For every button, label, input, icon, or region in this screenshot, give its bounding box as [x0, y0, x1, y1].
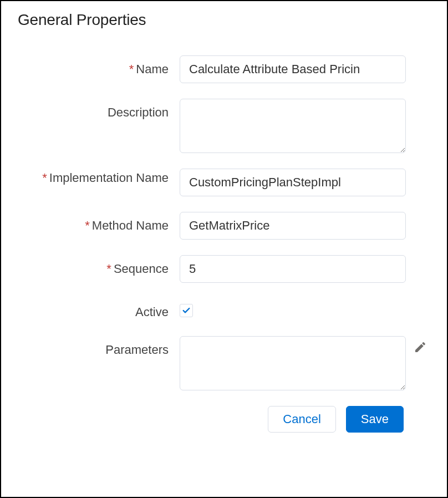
implementation-name-input[interactable] [180, 169, 406, 196]
general-properties-panel: General Properties *Name Description *Im… [0, 0, 448, 498]
parameters-input[interactable] [180, 336, 406, 390]
field-description: Description [18, 99, 430, 153]
pencil-icon [414, 341, 427, 354]
method-name-label: *Method Name [18, 212, 180, 234]
name-label: *Name [18, 55, 180, 78]
implementation-name-label: *Implementation Name [18, 169, 180, 186]
method-name-input[interactable] [180, 212, 406, 240]
active-label: Active [18, 298, 180, 321]
panel-title: General Properties [18, 11, 430, 29]
description-label: Description [18, 99, 180, 121]
sequence-input[interactable] [180, 255, 406, 283]
field-method-name: *Method Name [18, 212, 430, 240]
required-marker: * [85, 218, 90, 232]
required-marker: * [129, 62, 134, 76]
field-name: *Name [18, 55, 430, 83]
field-sequence: *Sequence [18, 255, 430, 283]
required-marker: * [42, 171, 47, 185]
parameters-label: Parameters [18, 336, 180, 358]
name-input[interactable] [180, 55, 406, 83]
field-active: Active [18, 298, 430, 321]
save-button[interactable]: Save [346, 406, 404, 433]
required-marker: * [106, 262, 111, 276]
active-checkbox[interactable] [180, 304, 193, 317]
field-parameters: Parameters [18, 336, 430, 390]
edit-parameters-button[interactable] [414, 341, 427, 354]
sequence-label: *Sequence [18, 255, 180, 277]
check-icon [182, 306, 191, 315]
description-input[interactable] [180, 99, 406, 153]
button-row: Cancel Save [18, 406, 430, 433]
cancel-button[interactable]: Cancel [268, 406, 335, 433]
field-implementation-name: *Implementation Name [18, 169, 430, 196]
